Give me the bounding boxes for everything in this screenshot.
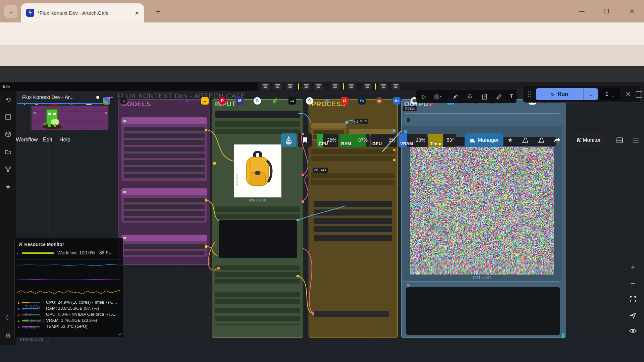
run-button[interactable]: ▷Run	[536, 88, 583, 100]
port-pink[interactable]	[302, 200, 304, 203]
zoom-in-button[interactable]: +	[628, 262, 638, 272]
port-pink[interactable]	[302, 133, 304, 135]
bookmark-acrobat-icon[interactable]: ◑	[120, 97, 127, 105]
output-preview-node[interactable]	[406, 287, 560, 335]
clean-all-button[interactable]	[535, 135, 547, 145]
share-button[interactable]	[551, 135, 563, 145]
output-scrollbar[interactable]	[562, 333, 565, 338]
input-widget-rows[interactable]	[215, 292, 300, 305]
bookmark-dotted-circle-icon[interactable]	[306, 97, 313, 105]
artech-logo-button[interactable]	[281, 133, 297, 147]
distribute-h-button[interactable]	[314, 83, 323, 90]
node-header[interactable]	[121, 188, 207, 195]
center-v-button[interactable]	[379, 83, 388, 90]
port-yellow[interactable]	[205, 245, 207, 248]
text-tool-icon[interactable]: T	[507, 93, 516, 101]
toggle-visibility-button[interactable]	[628, 326, 638, 336]
process-bottom-bar[interactable]	[314, 311, 389, 317]
input-widget-rows[interactable]	[215, 308, 300, 325]
models-node-1[interactable]	[121, 117, 207, 181]
node-header[interactable]	[121, 117, 207, 124]
input-widget-rows[interactable]	[215, 265, 300, 285]
port-yellow[interactable]	[205, 129, 207, 131]
manager-button[interactable]: Manager	[465, 133, 503, 147]
clean-workflow-button[interactable]	[519, 135, 531, 145]
hamburger-menu-button[interactable]	[630, 135, 641, 145]
bookmark-leaf-icon[interactable]	[271, 97, 278, 105]
theme-toggle-icon[interactable]: ☾	[4, 313, 12, 322]
workflows-folder-icon[interactable]	[4, 147, 12, 156]
history-icon[interactable]: ⟲	[4, 95, 12, 104]
pin-icon[interactable]	[466, 93, 474, 101]
tab-close-icon[interactable]: ✕	[133, 9, 141, 17]
drag-handle-icon[interactable]	[528, 91, 532, 98]
new-tab-button[interactable]: +	[153, 6, 163, 17]
link-icon[interactable]	[451, 93, 460, 101]
bookmark-search-icon[interactable]: ⌕	[184, 97, 191, 105]
models-node-2[interactable]	[121, 188, 207, 223]
stepper-icons[interactable]: ⌃⌃	[612, 92, 614, 97]
settings-gear-icon[interactable]: ⚙	[4, 331, 12, 340]
bookmark-blackbox-icon[interactable]: •×■	[288, 97, 296, 105]
window-close-button[interactable]: ✕	[627, 6, 637, 17]
gpu-stat-badge[interactable]: GPU0%	[371, 134, 397, 147]
align-bottom-button[interactable]	[331, 83, 339, 90]
bookmark-pinterest-icon[interactable]: P	[219, 97, 226, 105]
new-workflow-button[interactable]: +	[106, 92, 116, 103]
bookmark-button[interactable]	[298, 133, 312, 147]
latent-port[interactable]	[404, 130, 407, 133]
ram-stat-badge[interactable]: RAM87%	[339, 134, 370, 147]
input-node-header[interactable]	[215, 111, 300, 118]
node-header[interactable]	[349, 129, 394, 134]
stop-button[interactable]	[636, 91, 642, 98]
align-right-button[interactable]	[286, 83, 294, 90]
node-handle[interactable]	[34, 112, 36, 114]
port-yellow[interactable]	[213, 162, 216, 165]
menu-edit[interactable]: Edit	[43, 137, 52, 143]
pencil-icon[interactable]	[494, 93, 503, 101]
zoom-out-button[interactable]: −	[628, 278, 638, 288]
menu-help[interactable]: Help	[59, 137, 70, 143]
browser-tab[interactable]: ϟ *Flux Kontext Dev - Artech.Cafe ✕	[21, 3, 144, 22]
port-pink[interactable]	[312, 312, 314, 315]
align-center-h-button[interactable]	[273, 83, 282, 90]
edit-note-icon[interactable]	[480, 93, 489, 101]
align-middle-button[interactable]	[391, 83, 400, 90]
node-handle[interactable]	[407, 284, 410, 287]
bookmark-gemini-icon[interactable]	[323, 97, 331, 105]
node-library-icon[interactable]	[4, 113, 12, 121]
send-button[interactable]	[628, 310, 638, 320]
window-minimize-button[interactable]: —	[576, 6, 587, 17]
node-collapse-dot[interactable]	[123, 191, 126, 193]
cancel-run-button[interactable]: ✕	[624, 89, 633, 99]
node-widget-rows[interactable]	[124, 198, 205, 221]
bookmark-mplus-icon[interactable]: M+	[393, 97, 400, 105]
tab-search-button[interactable]: ⌄	[4, 5, 17, 18]
workflow-tab[interactable]: Flux Kontext Dev - Ar...	[17, 91, 103, 104]
process-widget-rows[interactable]	[311, 149, 394, 161]
output-noise-image[interactable]	[410, 147, 554, 275]
favorites-star-icon[interactable]: ★	[4, 182, 12, 191]
input-text-box[interactable]	[219, 220, 297, 258]
stretch-v-button[interactable]	[363, 83, 372, 90]
port-yellow[interactable]	[297, 275, 299, 277]
bookmark-acrobat-label[interactable]: Adobe Acrobat	[131, 98, 164, 104]
port-orange[interactable]	[393, 149, 395, 151]
port-yellow[interactable]	[205, 199, 207, 201]
monitor-button[interactable]: K Monitor	[570, 133, 606, 147]
stretch-h-button[interactable]	[347, 83, 356, 90]
fit-view-button[interactable]	[628, 294, 638, 304]
process-widget-rows[interactable]	[311, 173, 394, 185]
bookmark-gmail-icon[interactable]: M	[236, 97, 244, 105]
run-options-chevron[interactable]: ⌄	[583, 88, 598, 100]
bookmark-google-icon[interactable]: G	[254, 97, 261, 105]
bookmark-fi-icon[interactable]: Fi	[341, 97, 348, 105]
node-map-icon[interactable]	[4, 165, 12, 174]
resize-handle-icon[interactable]	[117, 330, 121, 335]
process-dark-rows[interactable]	[314, 201, 392, 243]
align-top-button[interactable]	[302, 83, 311, 90]
favorites-star-button[interactable]: ★	[504, 135, 516, 145]
node-header[interactable]	[121, 235, 207, 241]
model-library-icon[interactable]	[4, 130, 12, 139]
models-node-3[interactable]	[121, 235, 207, 257]
